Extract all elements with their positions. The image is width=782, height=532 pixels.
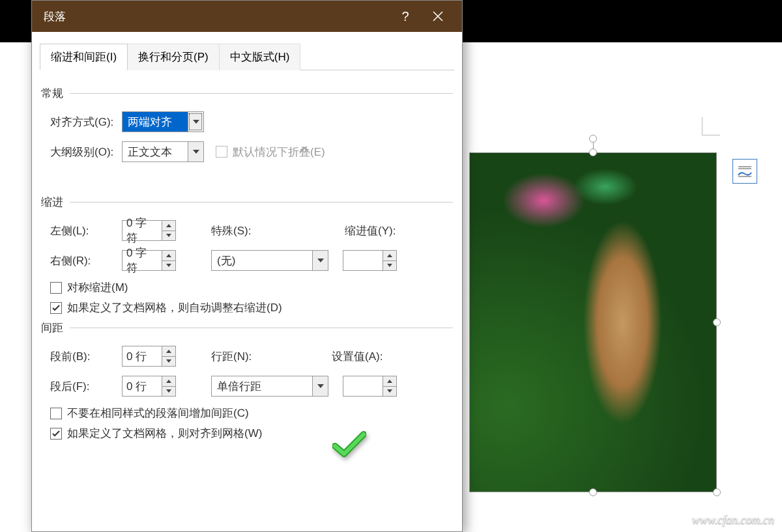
special-indent-label: 特殊(S): — [211, 223, 306, 238]
space-before-label: 段前(B): — [50, 349, 122, 364]
help-button[interactable]: ? — [389, 1, 422, 32]
indent-left-spinner[interactable]: 0 字符 — [122, 220, 176, 241]
spin-down-icon[interactable] — [383, 387, 396, 397]
paragraph-dialog: 段落 ? 缩进和间距(I) 换行和分页(P) 中文版式(H) 常规 对齐方式(G… — [31, 0, 463, 532]
special-indent-dropdown-button[interactable] — [312, 251, 328, 270]
outline-label: 大纲级别(O): — [50, 145, 122, 160]
no-space-same-style-label: 不要在相同样式的段落间增加间距(C) — [67, 406, 249, 421]
set-value-spinner[interactable] — [343, 376, 397, 397]
rotation-handle[interactable] — [589, 135, 597, 143]
auto-adjust-indent-label: 如果定义了文档网格，则自动调整右缩进(D) — [67, 300, 282, 315]
spin-up-icon[interactable] — [162, 221, 175, 231]
indent-value-label: 缩进值(Y): — [345, 223, 416, 238]
line-spacing-combo[interactable]: 单倍行距 — [211, 376, 328, 397]
spin-down-icon[interactable] — [162, 261, 175, 271]
collapse-label: 默认情况下折叠(E) — [233, 145, 325, 160]
alignment-combo[interactable]: 两端对齐 — [122, 111, 204, 132]
snap-to-grid-checkbox[interactable] — [50, 428, 62, 440]
resize-handle-bottom[interactable] — [589, 488, 597, 496]
indent-right-label: 右侧(R): — [50, 253, 122, 268]
group-header-indent: 缩进 — [41, 195, 453, 210]
spin-up-icon[interactable] — [383, 251, 396, 261]
layout-options-button[interactable] — [732, 159, 757, 184]
dialog-titlebar[interactable]: 段落 ? — [32, 1, 462, 32]
space-before-spinner[interactable]: 0 行 — [122, 346, 176, 367]
tab-indent-spacing[interactable]: 缩进和间距(I) — [40, 44, 128, 70]
image-content — [470, 153, 716, 492]
spin-up-icon[interactable] — [162, 376, 175, 387]
selected-image-frame[interactable] — [469, 152, 717, 492]
close-button[interactable] — [422, 1, 454, 32]
collapse-checkbox — [216, 146, 227, 158]
spin-up-icon[interactable] — [162, 251, 175, 261]
outline-dropdown-button[interactable] — [188, 142, 203, 161]
watermark-text: www.cfan.com.cn — [692, 513, 774, 527]
snap-to-grid-label: 如果定义了文档网格，则对齐到网格(W) — [67, 426, 262, 441]
dialog-title: 段落 — [40, 9, 389, 24]
spin-down-icon[interactable] — [162, 231, 175, 241]
group-header-general: 常规 — [41, 86, 453, 101]
indent-right-spinner[interactable]: 0 字符 — [122, 250, 176, 271]
resize-handle-right[interactable] — [713, 318, 721, 326]
resize-handle-bottom-right[interactable] — [713, 488, 721, 496]
group-header-spacing: 间距 — [41, 320, 453, 335]
no-space-same-style-checkbox[interactable] — [50, 408, 62, 419]
resize-handle-top[interactable] — [589, 148, 597, 156]
mirror-indent-label: 对称缩进(M) — [67, 280, 128, 295]
tab-line-page-breaks[interactable]: 换行和分页(P) — [127, 44, 220, 70]
line-spacing-label: 行距(N): — [211, 349, 306, 364]
spin-down-icon[interactable] — [162, 357, 175, 367]
alignment-label: 对齐方式(G): — [50, 115, 122, 130]
auto-adjust-indent-checkbox[interactable] — [50, 302, 62, 314]
spin-down-icon[interactable] — [383, 261, 396, 271]
tab-asian-typography[interactable]: 中文版式(H) — [219, 44, 301, 70]
spin-down-icon[interactable] — [162, 387, 175, 397]
spin-up-icon[interactable] — [383, 376, 396, 387]
spin-up-icon[interactable] — [162, 346, 175, 357]
tab-strip: 缩进和间距(I) 换行和分页(P) 中文版式(H) — [32, 32, 462, 70]
line-spacing-dropdown-button[interactable] — [312, 376, 328, 396]
outline-level-combo[interactable]: 正文文本 — [122, 141, 204, 162]
margin-corner-mark — [702, 117, 720, 135]
alignment-dropdown-button[interactable] — [188, 112, 203, 132]
indent-left-label: 左侧(L): — [50, 223, 122, 238]
space-after-spinner[interactable]: 0 行 — [122, 376, 176, 397]
mirror-indent-checkbox[interactable] — [50, 282, 62, 294]
special-indent-combo[interactable]: (无) — [211, 250, 328, 271]
set-value-label: 设置值(A): — [332, 349, 403, 364]
indent-value-spinner[interactable] — [343, 250, 397, 271]
annotation-checkmark-icon — [332, 430, 366, 460]
space-after-label: 段后(F): — [50, 379, 122, 394]
